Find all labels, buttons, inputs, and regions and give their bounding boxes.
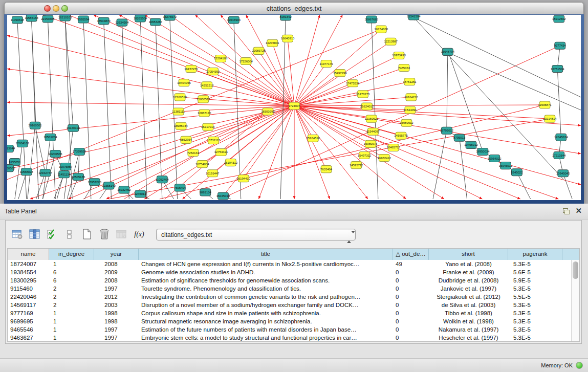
graph-node[interactable]: 16170273 [356, 91, 370, 98]
graph-node[interactable]: 16217013 [201, 123, 215, 130]
graph-node[interactable]: 10954022 [488, 155, 502, 162]
new-column-icon[interactable] [79, 227, 95, 242]
graph-node[interactable]: 7485063 [398, 64, 410, 72]
table-row[interactable]: 1872400712008Changes of HCN gene express… [8, 260, 571, 268]
graph-node[interactable]: 16640910 [281, 35, 295, 42]
graph-node[interactable]: 9277434 [554, 42, 567, 49]
graph-node[interactable]: 16980973 [364, 140, 378, 147]
table-row[interactable]: 1938455462009Genome-wide association stu… [8, 268, 571, 276]
graph-node[interactable]: 18751251 [403, 78, 417, 85]
table-selector-dropdown[interactable]: citations_edges.txt [156, 229, 356, 240]
graph-node[interactable]: 16501204 [43, 134, 57, 141]
graph-node[interactable]: 10945045 [556, 170, 570, 177]
graph-node[interactable]: 1724007 [288, 102, 300, 110]
graph-node[interactable]: 15276672 [163, 15, 177, 20]
graph-node[interactable]: 11092404 [156, 176, 169, 183]
graph-node[interactable]: 19140102 [67, 124, 80, 132]
graph-node[interactable]: 18950034 [476, 148, 490, 155]
graph-node[interactable]: 10975887 [59, 163, 73, 170]
graph-node[interactable]: 16194410 [236, 175, 250, 182]
graph-node[interactable]: 12160518 [173, 94, 187, 101]
graph-node[interactable]: 12505135 [72, 173, 85, 181]
graph-node[interactable]: 9595594 [77, 16, 90, 23]
graph-node[interactable]: 10193447 [206, 170, 220, 177]
graph-node[interactable]: 10731117 [207, 137, 220, 144]
table-row[interactable]: 977716911998Corpus callosum shape and si… [8, 309, 571, 317]
graph-node[interactable]: 19586163 [25, 15, 38, 21]
graph-node[interactable]: 10465712 [386, 144, 400, 151]
graph-node[interactable]: 14251512 [200, 82, 214, 89]
graph-node[interactable]: 11544097 [366, 128, 380, 135]
graph-node[interactable]: 17475538 [346, 80, 360, 87]
scrollbar-thumb[interactable] [573, 261, 578, 279]
float-panel-icon[interactable] [563, 208, 570, 214]
graph-node[interactable]: 10214814 [543, 115, 557, 122]
column-header-out_de[interactable]: △ out_de… [393, 249, 429, 260]
graph-node[interactable]: 15184510 [306, 135, 320, 142]
column-header-short[interactable]: short [429, 249, 508, 260]
graph-node[interactable]: 16795012 [440, 127, 454, 134]
graph-node[interactable]: 20913844 [7, 145, 15, 152]
table-row[interactable]: 911546021997Tourette syndrome. Phenomeno… [8, 285, 571, 293]
graph-node[interactable]: 12942737 [38, 169, 52, 177]
graph-node[interactable]: 16648794 [441, 48, 455, 55]
graph-node[interactable]: 12751504 [551, 65, 564, 73]
graph-node[interactable]: 21541504 [407, 15, 421, 20]
graph-node[interactable]: 16945012 [499, 162, 513, 169]
graph-node[interactable]: 10358140 [102, 182, 116, 189]
graph-node[interactable]: 11090618 [11, 16, 25, 24]
graph-node[interactable]: 9245022 [511, 169, 523, 176]
graph-node[interactable]: 9893104 [200, 189, 212, 196]
graph-node[interactable]: 16980912 [400, 119, 413, 126]
show-columns-icon[interactable] [27, 227, 42, 242]
graph-node[interactable]: 12045034 [554, 134, 568, 141]
graph-node[interactable]: 16045013 [216, 192, 230, 200]
network-canvas[interactable]: 1109061819586163221536051621010395955941… [7, 15, 581, 200]
graph-node[interactable]: 16157276 [184, 65, 198, 73]
table-settings-icon[interactable] [10, 227, 25, 242]
graph-node[interactable]: 12867170 [198, 110, 211, 117]
graph-node[interactable]: 19404056 [177, 79, 191, 86]
graph-node[interactable]: 7252134 [187, 149, 200, 156]
graph-node[interactable]: 20160501 [28, 122, 42, 129]
graph-node[interactable]: 11977179 [320, 60, 334, 67]
column-header-pagerank[interactable]: pagerank [508, 249, 562, 260]
graph-node[interactable]: 10465012 [464, 141, 478, 148]
graph-node[interactable]: 8795013 [453, 134, 466, 141]
graph-node[interactable]: 17210344 [552, 151, 566, 159]
graph-node[interactable]: 12634504 [115, 19, 129, 26]
table-row[interactable]: 946554611997Estimation of the future num… [8, 325, 571, 334]
graph-node[interactable]: 16164212 [404, 94, 418, 101]
graph-node[interactable]: 14595775 [394, 132, 408, 139]
graph-node[interactable]: 16932452 [117, 186, 131, 193]
graph-node[interactable]: 8181342 [280, 15, 292, 20]
graph-node[interactable]: 18265504 [134, 15, 147, 22]
column-header-year[interactable]: year [94, 249, 139, 260]
graph-node[interactable]: 15497299 [333, 70, 347, 77]
graph-node[interactable]: 11595871 [538, 101, 552, 108]
graph-node[interactable]: 16932412 [378, 155, 391, 162]
graph-node[interactable]: 12204108 [214, 55, 228, 62]
graph-node[interactable]: 10653287 [149, 18, 163, 26]
table-row[interactable]: 1456911722003Disruption of a novel membe… [8, 301, 571, 309]
graph-node[interactable]: 16194312 [224, 159, 238, 166]
graph-node[interactable]: 17359924 [73, 148, 86, 155]
close-panel-icon[interactable]: ✕ [575, 207, 582, 215]
graph-node[interactable]: 12213987 [384, 38, 398, 45]
graph-node[interactable]: 10973493 [392, 52, 406, 59]
graph-node[interactable]: 15504870 [97, 17, 111, 25]
graph-node[interactable]: 11544091 [403, 106, 417, 114]
graph-node[interactable]: 7605404 [174, 184, 186, 191]
graph-node[interactable]: 12160622 [365, 115, 379, 122]
graph-node[interactable]: 21624012 [360, 103, 374, 110]
column-header-in_degree[interactable]: in_degree [49, 249, 94, 260]
graph-node[interactable]: 12276801 [266, 39, 279, 47]
table-vertical-scrollbar[interactable] [571, 260, 579, 341]
graph-node[interactable]: 15497312 [358, 151, 372, 159]
graph-node[interactable]: 18985734 [174, 122, 188, 129]
graph-node[interactable]: 11381111 [172, 108, 185, 115]
graph-node[interactable]: 11568023 [20, 168, 34, 176]
graph-node[interactable]: 20206535 [49, 150, 62, 157]
window-titlebar[interactable]: citations_edges.txt [4, 2, 584, 14]
graph-node[interactable]: 15800512 [197, 96, 210, 103]
